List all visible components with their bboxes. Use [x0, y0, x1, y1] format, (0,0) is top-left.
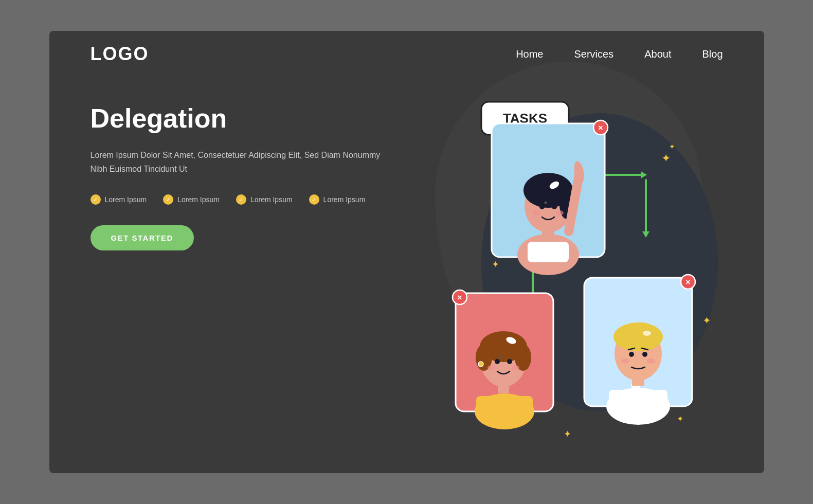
svg-text:✦: ✦	[677, 415, 683, 423]
svg-point-56	[647, 358, 655, 364]
check-label-2: Lorem Ipsum	[177, 195, 220, 204]
svg-rect-12	[528, 242, 569, 262]
logo: LOGO	[91, 43, 149, 65]
hero-description: Lorem Ipsum Dolor Sit Amet, Consectetuer…	[91, 148, 389, 176]
svg-text:✦: ✦	[492, 259, 499, 269]
check-label-3: Lorem Ipsum	[250, 195, 293, 204]
svg-point-39	[511, 365, 519, 370]
svg-point-37	[507, 359, 512, 364]
svg-point-41	[478, 362, 483, 367]
svg-point-18	[539, 204, 545, 209]
navbar: LOGO Home Services About Blog	[49, 31, 764, 77]
check-label-4: Lorem Ipsum	[323, 195, 366, 204]
check-item-2: ✓ Lorem Ipsum	[163, 194, 220, 205]
svg-point-22	[544, 202, 547, 204]
check-item-1: ✓ Lorem Ipsum	[91, 194, 147, 205]
svg-rect-29	[476, 396, 533, 417]
page-wrapper: LOGO Home Services About Blog Delegation…	[49, 31, 764, 473]
get-started-button[interactable]: GET STARTED	[91, 225, 194, 250]
checkmarks-list: ✓ Lorem Ipsum ✓ Lorem Ipsum ✓ Lorem Ipsu…	[91, 194, 389, 205]
check-item-4: ✓ Lorem Ipsum	[309, 194, 366, 205]
svg-point-55	[621, 358, 629, 364]
check-icon-2: ✓	[163, 194, 173, 205]
svg-point-21	[555, 210, 564, 215]
svg-point-52	[643, 331, 651, 336]
nav-blog[interactable]: Blog	[702, 48, 722, 60]
check-label-1: Lorem Ipsum	[105, 195, 147, 204]
svg-text:×: ×	[685, 278, 690, 286]
svg-point-36	[495, 359, 500, 364]
svg-point-54	[642, 352, 647, 357]
svg-text:✦: ✦	[564, 429, 571, 439]
svg-point-20	[533, 210, 541, 215]
svg-text:✦: ✦	[702, 315, 711, 326]
svg-text:✦: ✦	[661, 152, 671, 165]
check-icon-1: ✓	[91, 194, 101, 205]
nav-home[interactable]: Home	[516, 48, 543, 60]
check-icon-4: ✓	[309, 194, 319, 205]
illustration-area: TASKS	[425, 72, 733, 442]
nav-services[interactable]: Services	[574, 48, 614, 60]
svg-text:×: ×	[598, 123, 603, 132]
svg-point-38	[487, 365, 496, 370]
svg-text:×: ×	[457, 293, 462, 302]
svg-text:✦: ✦	[669, 142, 675, 151]
nav-about[interactable]: About	[644, 48, 671, 60]
nav-links: Home Services About Blog	[516, 48, 722, 60]
check-item-3: ✓ Lorem Ipsum	[236, 194, 293, 205]
page-title: Delegation	[91, 103, 389, 134]
svg-point-19	[552, 204, 557, 209]
hero-section: Delegation Lorem Ipsum Dolor Sit Amet, C…	[91, 103, 389, 250]
svg-point-51	[625, 322, 656, 341]
check-icon-3: ✓	[236, 194, 246, 205]
svg-point-40	[499, 356, 502, 358]
svg-point-53	[629, 352, 634, 357]
